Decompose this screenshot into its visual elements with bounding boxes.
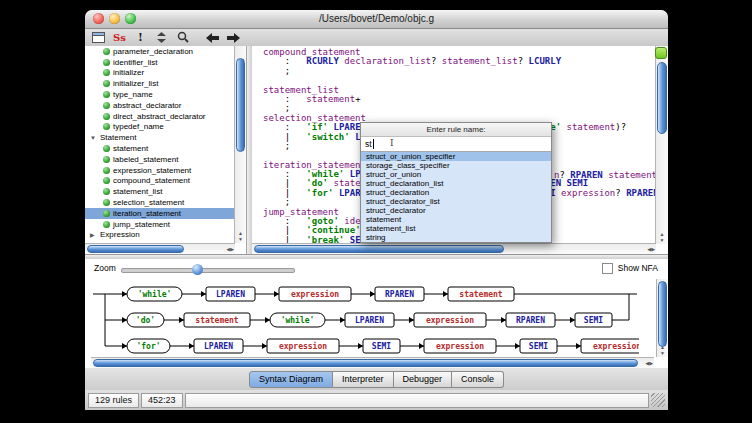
- rule-icon: [103, 91, 110, 98]
- rule-count: 129 rules: [88, 393, 139, 408]
- diagram-horizontal-scrollbar[interactable]: ◀▶: [91, 357, 654, 368]
- tree-item-label: statement_list: [113, 187, 162, 196]
- rule-suggestion-item[interactable]: struct_declarator: [361, 206, 551, 215]
- svg-text:'for': 'for': [136, 342, 160, 351]
- tree-vertical-scrollbar[interactable]: ▲▼: [234, 46, 246, 243]
- traffic-lights: [93, 13, 136, 24]
- tree-rule-item[interactable]: identifier_list: [85, 57, 235, 68]
- zoom-window-button[interactable]: [125, 13, 136, 24]
- tree-rule-item[interactable]: statement_list: [85, 186, 235, 197]
- editor-vertical-scrollbar[interactable]: ▲▼: [655, 46, 668, 244]
- scrollbar-arrows[interactable]: ◀▶: [226, 245, 234, 253]
- rule-suggestion-item[interactable]: struct_declaration: [361, 188, 551, 197]
- tree-item-label: Expression: [100, 230, 140, 239]
- svg-text:LPAREN: LPAREN: [204, 342, 233, 351]
- tree-rule-item[interactable]: expression_statement: [85, 165, 235, 176]
- find-button[interactable]: [174, 31, 191, 45]
- rule-icon: [103, 156, 110, 163]
- rule-icon: [103, 188, 110, 195]
- scrollbar-thumb[interactable]: [254, 245, 504, 253]
- status-bar: 129 rules 452:23: [85, 390, 668, 410]
- tree-rule-item[interactable]: compound_statement: [85, 176, 235, 187]
- zoom-slider[interactable]: [121, 268, 295, 273]
- scrollbar-arrows[interactable]: ▲▼: [657, 344, 668, 356]
- svg-text:statement: statement: [195, 316, 239, 325]
- tree-rule-item[interactable]: type_name: [85, 89, 235, 100]
- zoom-slider-knob[interactable]: [192, 264, 203, 275]
- rule-suggestion-item[interactable]: string: [361, 233, 551, 242]
- sort-rules-button[interactable]: [153, 31, 170, 45]
- rule-icon: [103, 199, 110, 206]
- resize-grip[interactable]: [651, 393, 665, 407]
- tree-group-item[interactable]: ▼Statement: [85, 132, 235, 143]
- tree-rule-item[interactable]: initializer: [85, 68, 235, 79]
- minimize-button[interactable]: [109, 13, 120, 24]
- editor-line: : statement+: [263, 95, 654, 104]
- tree-rule-item[interactable]: jump_statement: [85, 219, 235, 230]
- rule-suggestion-item[interactable]: struct_or_union: [361, 170, 551, 179]
- scrollbar-thumb[interactable]: [87, 245, 184, 253]
- rule-suggestion-item[interactable]: struct_declaration_list: [361, 179, 551, 188]
- rule-suggestion-item[interactable]: statement: [361, 215, 551, 224]
- rule-suggestion-item[interactable]: statement_list: [361, 224, 551, 233]
- tree-group-item[interactable]: ▶Expression: [85, 230, 235, 241]
- rule-suggestion-item[interactable]: struct_declarator_list: [361, 197, 551, 206]
- tree-horizontal-scrollbar[interactable]: ◀▶: [85, 243, 235, 254]
- editor-horizontal-scrollbar[interactable]: ◀▶: [252, 243, 656, 254]
- tree-rule-item[interactable]: typedef_name: [85, 122, 235, 133]
- split-toggle-button[interactable]: [655, 47, 667, 59]
- editor-line-fragment: n? RPAREN statement: [554, 170, 657, 180]
- close-button[interactable]: [93, 13, 104, 24]
- scrollbar-arrows[interactable]: ▲▼: [235, 230, 246, 242]
- forward-arrow-icon: [227, 29, 240, 47]
- tab-interpreter[interactable]: Interpreter: [333, 371, 394, 388]
- scrollbar-thumb[interactable]: [657, 62, 667, 134]
- tree-rule-item[interactable]: initializer_list: [85, 78, 235, 89]
- tree-item-label: initializer_list: [113, 79, 158, 88]
- rule-suggestion-item[interactable]: storage_class_specifier: [361, 161, 551, 170]
- svg-text:statement: statement: [459, 290, 503, 299]
- back-arrow-icon: [206, 29, 219, 47]
- rule-suggestion-item[interactable]: struct_or_union_specifier: [361, 152, 551, 161]
- tree-item-label: parameter_declaration: [113, 47, 193, 56]
- svg-text:expression: expression: [279, 341, 327, 351]
- tree-rule-item[interactable]: direct_abstract_declarator: [85, 111, 235, 122]
- tab-debugger[interactable]: Debugger: [394, 371, 453, 388]
- tab-console[interactable]: Console: [452, 371, 504, 388]
- rule-name-input[interactable]: st I: [361, 137, 551, 152]
- scrollbar-thumb[interactable]: [236, 58, 245, 152]
- check-grammar-button[interactable]: !: [132, 31, 149, 45]
- popup-title: Enter rule name:: [361, 123, 551, 137]
- rule-name-query: st: [365, 139, 372, 149]
- tree-rule-item[interactable]: abstract_declarator: [85, 100, 235, 111]
- diagram-vertical-scrollbar[interactable]: ▲▼: [656, 279, 668, 357]
- title-bar[interactable]: /Users/bovet/Demo/objc.g: [85, 10, 668, 29]
- cursor-position: 452:23: [141, 393, 183, 408]
- show-nfa-checkbox[interactable]: [602, 263, 613, 274]
- svg-text:expression: expression: [593, 341, 639, 351]
- tab-syntax-diagram[interactable]: Syntax Diagram: [249, 371, 333, 388]
- tree-item-label: selection_statement: [113, 198, 184, 207]
- scrollbar-thumb[interactable]: [658, 281, 667, 347]
- svg-text:'while': 'while': [138, 289, 172, 299]
- svg-text:SEMI: SEMI: [372, 342, 391, 351]
- scrollbar-arrows[interactable]: ◀▶: [645, 359, 653, 367]
- tree-item-label: jump_statement: [113, 220, 170, 229]
- tabs-group: Syntax DiagramInterpreterDebuggerConsole: [249, 371, 504, 388]
- tree-rule-item[interactable]: selection_statement: [85, 197, 235, 208]
- railroad-diagram[interactable]: 'while'LPARENexpressionRPARENstatement'd…: [91, 279, 639, 361]
- tree-rule-item[interactable]: labeled_statement: [85, 154, 235, 165]
- forward-button[interactable]: [225, 31, 242, 45]
- scrollbar-thumb[interactable]: [93, 359, 638, 367]
- tree-rule-item[interactable]: iteration_statement: [85, 208, 235, 219]
- scrollbar-arrows[interactable]: ◀▶: [647, 245, 655, 253]
- scrollbar-arrows[interactable]: ▲▼: [656, 231, 668, 243]
- console-window-button[interactable]: [90, 31, 107, 45]
- svg-text:LPAREN: LPAREN: [355, 316, 384, 325]
- show-nfa-label: Show NFA: [618, 263, 658, 273]
- back-button[interactable]: [204, 31, 221, 45]
- tree-rule-item[interactable]: statement: [85, 143, 235, 154]
- case-sensitive-button[interactable]: Ss: [111, 31, 128, 45]
- tree-rule-item[interactable]: parameter_declaration: [85, 46, 235, 57]
- sort-icon: [157, 29, 166, 47]
